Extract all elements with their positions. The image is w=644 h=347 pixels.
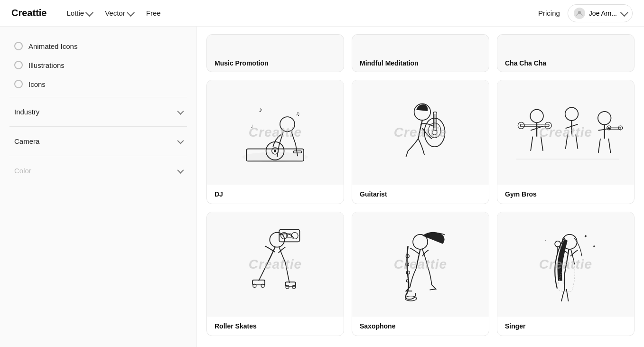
card-dj[interactable]: ♪ ♩ ♫ Creattie DJ bbox=[206, 80, 344, 204]
svg-point-19 bbox=[531, 110, 544, 123]
sidebar-label-icons: Icons bbox=[28, 80, 46, 88]
divider bbox=[9, 97, 187, 97]
card-title-cha-cha-cha: Cha Cha Cha bbox=[505, 59, 546, 67]
svg-rect-30 bbox=[280, 230, 300, 242]
card-img-singer: ✦ ✦ · Creattie bbox=[497, 212, 634, 317]
svg-text:·: · bbox=[545, 239, 546, 242]
logo[interactable]: Creattie bbox=[11, 8, 47, 19]
svg-point-5 bbox=[274, 150, 276, 152]
svg-point-29 bbox=[270, 233, 285, 247]
svg-point-23 bbox=[565, 107, 579, 121]
card-title-guitarist: Guitarist bbox=[352, 185, 489, 204]
card-img-guitarist: Creattie bbox=[352, 80, 489, 185]
chevron-down-icon bbox=[127, 9, 135, 17]
svg-text:✦: ✦ bbox=[584, 234, 588, 239]
svg-point-21 bbox=[518, 122, 525, 129]
chevron-color-icon bbox=[177, 167, 184, 173]
card-title-singer: Singer bbox=[497, 317, 634, 336]
card-title-dj: DJ bbox=[207, 185, 344, 204]
sidebar-item-icons[interactable]: Icons bbox=[5, 75, 192, 93]
card-music-promotion[interactable]: Music Promotion bbox=[206, 34, 344, 72]
svg-point-47 bbox=[555, 241, 561, 247]
pricing-link[interactable]: Pricing bbox=[538, 9, 560, 17]
chevron-down-icon bbox=[85, 9, 93, 17]
svg-point-22 bbox=[545, 122, 552, 129]
card-singer[interactable]: ✦ ✦ · Creattie Singer bbox=[497, 212, 635, 336]
divider-2 bbox=[9, 126, 187, 127]
avatar bbox=[574, 8, 585, 19]
chevron-camera-icon bbox=[177, 137, 184, 144]
card-title-mindful-meditation: Mindful Meditation bbox=[360, 59, 419, 67]
radio-illustrations bbox=[14, 61, 23, 69]
card-gym-bros[interactable]: Creattie Gym Bros bbox=[497, 80, 635, 204]
svg-text:♫: ♫ bbox=[296, 111, 300, 117]
nav-vector[interactable]: Vector bbox=[100, 6, 138, 20]
chevron-industry-icon bbox=[177, 108, 184, 114]
card-title-roller-skates: Roller Skates bbox=[207, 317, 344, 336]
radio-icons bbox=[14, 80, 23, 88]
card-img-dj: ♪ ♩ ♫ Creattie bbox=[207, 80, 344, 185]
svg-text:♩: ♩ bbox=[251, 124, 253, 129]
card-guitarist[interactable]: Creattie Guitarist bbox=[352, 80, 489, 204]
layout: Animated Icons Illustrations Icons Indus… bbox=[0, 27, 644, 347]
main-content: Music Promotion Mindful Meditation Cha C… bbox=[197, 27, 644, 347]
header-right: Pricing Joe Arn... bbox=[538, 4, 633, 22]
svg-text:✦: ✦ bbox=[592, 244, 596, 249]
svg-point-1 bbox=[243, 152, 308, 162]
cards-grid: ♪ ♩ ♫ Creattie DJ bbox=[206, 80, 635, 336]
card-cha-cha-cha[interactable]: Cha Cha Cha bbox=[497, 34, 635, 72]
nav-lottie[interactable]: Lottie bbox=[62, 6, 96, 20]
divider-3 bbox=[9, 156, 187, 156]
sidebar-label-animated-icons: Animated Icons bbox=[28, 42, 77, 50]
filter-camera[interactable]: Camera bbox=[0, 131, 196, 152]
sidebar: Animated Icons Illustrations Icons Indus… bbox=[0, 27, 197, 347]
sidebar-label-illustrations: Illustrations bbox=[28, 61, 65, 69]
filter-industry[interactable]: Industry bbox=[0, 101, 196, 122]
card-img-gym-bros: Creattie bbox=[497, 80, 634, 185]
filter-color[interactable]: Color bbox=[0, 160, 196, 181]
svg-text:♪: ♪ bbox=[259, 105, 262, 113]
radio-animated-icons bbox=[14, 42, 23, 50]
card-mindful-meditation[interactable]: Mindful Meditation bbox=[352, 34, 489, 72]
card-img-roller-skates: Creattie bbox=[207, 212, 344, 317]
svg-rect-6 bbox=[294, 151, 302, 153]
svg-point-14 bbox=[432, 130, 437, 135]
card-title-gym-bros: Gym Bros bbox=[497, 185, 634, 204]
svg-point-32 bbox=[292, 233, 299, 239]
user-button[interactable]: Joe Arn... bbox=[568, 4, 633, 22]
user-chevron-icon bbox=[620, 9, 628, 17]
nav: Lottie Vector Free bbox=[62, 6, 538, 20]
header: Creattie Lottie Vector Free Pricing Joe … bbox=[0, 0, 644, 27]
svg-point-12 bbox=[425, 118, 445, 147]
sidebar-item-illustrations[interactable]: Illustrations bbox=[5, 56, 192, 74]
card-img-saxophone: Creattie bbox=[352, 212, 489, 317]
svg-point-7 bbox=[280, 117, 295, 131]
card-saxophone[interactable]: Creattie Saxophone bbox=[352, 212, 489, 336]
card-roller-skates[interactable]: Creattie Roller Skates bbox=[206, 212, 344, 336]
card-title-music-promotion: Music Promotion bbox=[215, 59, 269, 67]
card-title-saxophone: Saxophone bbox=[352, 317, 489, 336]
top-cards-row: Music Promotion Mindful Meditation Cha C… bbox=[206, 34, 635, 72]
svg-point-24 bbox=[598, 112, 611, 125]
sidebar-item-animated-icons[interactable]: Animated Icons bbox=[5, 37, 192, 55]
nav-free[interactable]: Free bbox=[141, 6, 166, 20]
